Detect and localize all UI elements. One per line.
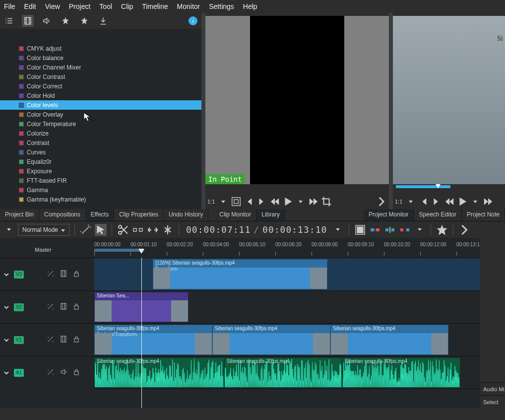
fit-icon[interactable]	[147, 224, 159, 236]
tab-clip-properties[interactable]: Clip Properties	[114, 209, 164, 221]
film-icon[interactable]	[60, 335, 67, 345]
effect-item[interactable]: Color Hold	[0, 91, 201, 100]
effect-item[interactable]: Equaliz0r	[0, 157, 201, 166]
forward-icon[interactable]	[308, 196, 319, 207]
timeline-ruler[interactable]: 00:00:00:0000:00:01:1000:00:02:2000:00:0…	[94, 238, 505, 258]
effect-item[interactable]: Color Overlay	[0, 110, 201, 119]
chevron-down-icon[interactable]	[218, 196, 229, 207]
end-icon[interactable]	[256, 196, 267, 207]
chevron-down-icon[interactable]	[405, 196, 416, 207]
tab-project-bin[interactable]: Project Bin	[0, 209, 39, 221]
start-icon[interactable]	[244, 196, 254, 207]
timeline-clip[interactable]: Siberian seagulls-30fps.mp4	[342, 357, 460, 388]
fx-icon[interactable]	[47, 270, 55, 279]
effect-item[interactable]: CMYK adjust	[0, 44, 201, 53]
info-icon[interactable]: i	[189, 16, 197, 25]
wand-icon[interactable]	[80, 224, 92, 236]
star-icon[interactable]	[436, 224, 448, 236]
effect-item[interactable]: Curves	[0, 147, 201, 157]
chevron-down-icon[interactable]	[414, 224, 426, 236]
effect-item[interactable]: Color Correct	[0, 81, 201, 91]
menu-project[interactable]: Project	[69, 2, 91, 10]
timeline-clip[interactable]: Siberian seagulls-30fps.mp4	[212, 325, 330, 355]
lock-icon[interactable]	[72, 335, 80, 345]
timeline-timecode[interactable]: 00:00:07:11/00:00:13:10	[186, 224, 327, 235]
audio-mixer-tab[interactable]: Audio Mi	[480, 382, 505, 395]
tab-project-note[interactable]: Project Note	[462, 209, 505, 221]
track-header-a1[interactable]: A1	[0, 356, 94, 389]
timeline-clip[interactable]: Siberian seagulls-30fps.mp4	[224, 357, 342, 388]
hamburger-icon[interactable]	[3, 15, 15, 27]
effect-item[interactable]: Gamma (keyframable)	[0, 195, 201, 204]
lock-icon[interactable]	[72, 270, 80, 279]
timeline-clip[interactable]: Siberian seagulls-30fps.mp4	[330, 325, 448, 355]
clip-monitor-canvas[interactable]: In Point	[205, 16, 389, 184]
fx-icon[interactable]	[47, 368, 55, 377]
effects-list[interactable]: CMYK adjustColor balanceColor Channel Mi…	[0, 44, 201, 209]
effect-item[interactable]: Exposure	[0, 166, 201, 176]
tab-clip-monitor[interactable]: Clip Monitor	[214, 209, 256, 221]
chevron-down-icon[interactable]	[332, 224, 344, 236]
tab-speech-editor[interactable]: Speech Editor	[414, 209, 462, 221]
select-tool-icon[interactable]	[95, 224, 107, 236]
box-icon[interactable]	[231, 196, 242, 207]
track-header-v3[interactable]: V3	[0, 258, 94, 290]
track-header-v1[interactable]: V1	[0, 323, 94, 356]
spacer-icon[interactable]	[132, 224, 144, 236]
fx-icon[interactable]	[47, 302, 55, 312]
effect-item[interactable]: Color balance	[0, 53, 201, 63]
end-icon[interactable]	[431, 196, 442, 207]
menu-clip[interactable]: Clip	[121, 2, 133, 10]
chevron-down-icon[interactable]	[3, 337, 10, 343]
film-icon[interactable]	[22, 15, 34, 27]
start-icon[interactable]	[418, 196, 429, 207]
menu-settings[interactable]: Settings	[209, 2, 234, 10]
clip-monitor-ruler[interactable]	[205, 184, 389, 194]
film-icon[interactable]	[60, 302, 67, 312]
lock-icon[interactable]	[72, 302, 80, 312]
rewind-icon[interactable]	[444, 196, 455, 207]
menu-tool[interactable]: Tool	[99, 2, 112, 10]
snap-icon[interactable]	[162, 224, 174, 236]
layout-icon[interactable]	[354, 224, 366, 236]
play-icon[interactable]	[457, 196, 468, 207]
speaker-icon[interactable]	[60, 368, 67, 377]
project-monitor-canvas[interactable]: Si	[393, 16, 505, 184]
effect-item[interactable]: Color Channel Mixer	[0, 63, 201, 72]
overwrite-icon[interactable]	[369, 224, 381, 236]
effect-item[interactable]: FTT-based FIR	[0, 176, 201, 185]
chevron-right-icon[interactable]	[376, 196, 387, 207]
chevron-right-icon[interactable]	[458, 224, 470, 236]
menu-file[interactable]: File	[4, 2, 15, 10]
play-icon[interactable]	[282, 196, 293, 207]
effect-item[interactable]: Gamma	[0, 185, 201, 195]
tab-project-monitor[interactable]: Project Monitor	[364, 209, 414, 221]
menu-help[interactable]: Help	[243, 2, 257, 10]
select-tab[interactable]: Select	[480, 395, 505, 408]
tab-effects[interactable]: Effects	[86, 209, 114, 221]
timeline-clip[interactable]: [126%] Siberian seagulls-30fps.mp4 Trans…	[153, 259, 327, 289]
speaker-icon[interactable]	[41, 15, 53, 27]
timeline-lanes[interactable]: [126%] Siberian seagulls-30fps.mp4 Trans…	[94, 258, 505, 408]
tab-compositions[interactable]: Compositions	[39, 209, 86, 221]
star-icon[interactable]	[78, 15, 90, 27]
chevron-down-icon[interactable]	[3, 304, 10, 310]
tab-undo-history[interactable]: Undo History	[164, 209, 208, 221]
timeline-clip[interactable]: Siberian seagulls-30fps.mp4 Fade in/Tran…	[94, 325, 212, 355]
crop-icon[interactable]	[321, 196, 332, 207]
insert-icon[interactable]	[384, 224, 396, 236]
fx-icon[interactable]	[47, 335, 55, 345]
effect-item[interactable]: Contrast	[0, 138, 201, 147]
star-fav-icon[interactable]	[60, 15, 71, 27]
lock-icon[interactable]	[72, 368, 80, 377]
film-icon[interactable]	[60, 270, 67, 279]
menu-monitor[interactable]: Monitor	[177, 2, 200, 10]
rewind-icon[interactable]	[269, 196, 280, 207]
menu-edit[interactable]: Edit	[24, 2, 36, 10]
project-monitor-ruler[interactable]	[393, 184, 505, 194]
chevron-down-icon[interactable]	[3, 272, 10, 278]
chevron-down-icon[interactable]	[3, 370, 10, 376]
menu-view[interactable]: View	[45, 2, 60, 10]
chevron-down-icon[interactable]	[3, 224, 15, 236]
chevron-down-icon[interactable]	[295, 196, 306, 207]
